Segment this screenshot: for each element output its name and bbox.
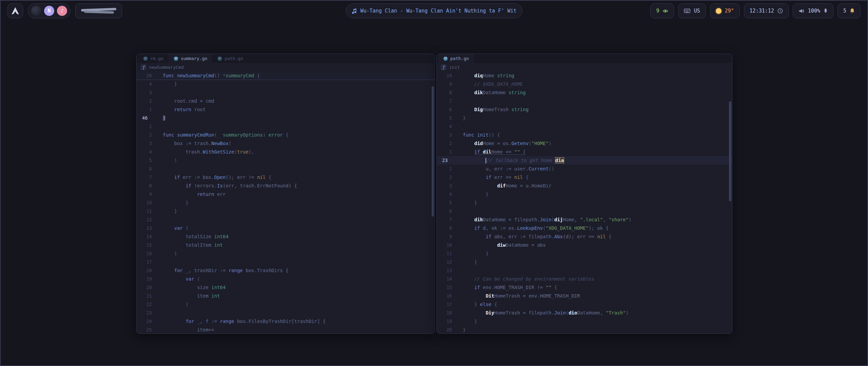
code-line[interactable]: 4 } <box>137 80 435 88</box>
eye-indicator-module[interactable]: 9 <box>650 3 674 18</box>
code-area[interactable]: 26func newSummaryCmd() *summaryCmd {4 }3… <box>137 72 435 334</box>
speaker-icon <box>798 8 805 14</box>
line-text: func init() { <box>458 131 732 139</box>
line-number: 10 <box>437 72 458 80</box>
code-line[interactable]: 1 if dilHome == "" { <box>437 148 732 156</box>
code-line[interactable]: 24 for _, f := range box.FilesByTrashDir… <box>137 317 435 326</box>
code-line[interactable]: 15 totalItem int <box>137 241 435 249</box>
code-line[interactable]: 7 <box>437 97 732 105</box>
app-icon-3[interactable]: ♪ <box>57 6 67 16</box>
line-text: ) <box>158 156 435 165</box>
launcher-button[interactable] <box>7 3 23 18</box>
code-line[interactable]: 3 box := trash.NewBox( <box>137 139 435 148</box>
code-line[interactable]: 14 totalSize int64 <box>137 232 435 241</box>
code-line[interactable]: 6 DigHomeTrash string <box>437 105 732 114</box>
line-text: } <box>158 207 435 216</box>
code-line[interactable]: 1 u, err := user.Current() <box>437 165 732 173</box>
arch-logo-icon <box>11 6 20 15</box>
code-line[interactable]: 9 if abs, err := filepath.Abs(d); err ==… <box>437 232 732 241</box>
line-number: 23 <box>137 309 158 317</box>
code-line[interactable]: 9 // $XDG_DATA_HOME <box>437 80 732 88</box>
code-line[interactable]: 5} <box>437 114 732 122</box>
code-line[interactable]: 2func summaryCmdRun(_ summaryOptions) er… <box>137 131 435 139</box>
code-line[interactable]: 9 return err <box>137 190 435 199</box>
code-line[interactable]: 11 } <box>437 249 732 258</box>
code-line[interactable]: 20 size int64 <box>137 283 435 292</box>
code-area[interactable]: 10 diqHome string9 // $XDG_DATA_HOME8 di… <box>437 72 732 334</box>
line-number: 2 <box>437 139 458 148</box>
tab-label: summary.go <box>181 56 207 61</box>
line-number: 8 <box>437 88 458 97</box>
code-line[interactable]: 19 var ( <box>137 275 435 283</box>
code-line[interactable]: 20} <box>437 326 732 334</box>
media-player-module[interactable]: Wu-Tang Clan - Wu-Tang Clan Ain't Nuthin… <box>346 3 522 18</box>
code-line[interactable]: 2 didHome = os.Getenv("HOME") <box>437 139 732 148</box>
scrollbar[interactable] <box>432 86 434 217</box>
scrollbar[interactable] <box>729 101 731 201</box>
code-line[interactable]: 25 item++ <box>137 326 435 334</box>
code-line[interactable]: 5 ) <box>137 156 435 165</box>
code-line[interactable]: 17 } else { <box>437 300 732 309</box>
code-line[interactable]: 21 item int <box>137 292 435 300</box>
code-line[interactable]: 16 DitHomeTrash = env.HOME_TRASH_DIR <box>437 292 732 300</box>
code-line[interactable]: 19 } <box>437 317 732 326</box>
code-line[interactable]: 5 } <box>437 199 732 207</box>
tab-label: rm.go <box>150 56 163 61</box>
code-line[interactable]: 4 trash.WithGetSize(true), <box>137 148 435 156</box>
code-line[interactable]: 17 <box>137 258 435 266</box>
line-text: if !errors.Is(err, trash.ErrNotFound) { <box>158 182 435 190</box>
code-line[interactable]: 2 if err == nil { <box>437 173 732 182</box>
notifications-module[interactable]: 5 <box>837 3 861 18</box>
context-line[interactable]: 26func newSummaryCmd() *summaryCmd { <box>137 72 435 80</box>
code-line[interactable]: 2 root.cmd = cmd <box>137 97 435 105</box>
line-text <box>158 165 435 173</box>
line-number: 13 <box>137 224 158 232</box>
code-line[interactable]: 6 <box>437 207 732 216</box>
app-icon-1[interactable] <box>31 6 41 16</box>
code-line[interactable]: 3 <box>137 88 435 97</box>
app-icon-2[interactable]: N <box>44 6 54 16</box>
code-line[interactable]: 1 <box>137 122 435 131</box>
code-line[interactable]: 3 difHome = u.HomeDir <box>437 182 732 190</box>
keyboard-layout-module[interactable]: US <box>678 3 706 18</box>
code-line[interactable]: 16 ) <box>137 249 435 258</box>
code-line[interactable]: 18 DiyHomeTrash = filepath.Join(dioDataH… <box>437 309 732 317</box>
clock-module[interactable]: 12:31:12 <box>744 3 789 18</box>
volume-module[interactable]: 100% <box>793 3 833 18</box>
code-line[interactable]: 11 } <box>137 207 435 216</box>
tab-summary.go[interactable]: summary.go <box>169 54 212 63</box>
code-line[interactable]: 7 dihDataHome = filepath.Join(dijHome, "… <box>437 216 732 224</box>
redacted-window-title[interactable] <box>75 3 122 18</box>
weather-module[interactable]: 29° <box>710 3 740 18</box>
code-line[interactable]: 46} <box>137 114 435 122</box>
code-line[interactable]: 23 <box>137 309 435 317</box>
code-line[interactable]: 22 ) <box>137 300 435 309</box>
code-line[interactable]: 18 for _, trashDir := range box.TrashDir… <box>137 266 435 275</box>
tab-path.go[interactable]: path.go <box>438 54 474 63</box>
tab-rm.go[interactable]: rm.go <box>138 54 169 63</box>
code-line[interactable]: 7 if err := box.Open(); err != nil { <box>137 173 435 182</box>
tab-path.go[interactable]: path.go <box>212 54 248 63</box>
code-line[interactable]: 8 if d, ok := os.LookupEnv("XDG_DATA_HOM… <box>437 224 732 232</box>
line-number: 14 <box>137 232 158 241</box>
line-text <box>458 122 732 131</box>
code-line[interactable]: 12 } <box>437 258 732 266</box>
code-line[interactable]: 6 <box>137 165 435 173</box>
code-line[interactable]: 8 if !errors.Is(err, trash.ErrNotFound) … <box>137 182 435 190</box>
code-line[interactable]: 10 diqHome string <box>437 72 732 80</box>
code-line[interactable]: 4 } <box>437 190 732 199</box>
code-line[interactable]: 12 <box>137 216 435 224</box>
code-line[interactable]: 1 return root <box>137 105 435 114</box>
code-line[interactable]: 10 } <box>137 199 435 207</box>
code-line[interactable]: 8 dikDataHome string <box>437 88 732 97</box>
code-line[interactable]: 4 <box>437 122 732 131</box>
code-line[interactable]: 13 var ( <box>137 224 435 232</box>
code-line[interactable]: 23 // fallback to get home dia <box>437 156 732 165</box>
code-line[interactable]: 13 <box>437 266 732 275</box>
code-line[interactable]: 15 if env.HOME_TRASH_DIR != "" { <box>437 283 732 292</box>
code-line[interactable]: 14 // Can be changed by environment vari… <box>437 275 732 283</box>
code-line[interactable]: 3func init() { <box>437 131 732 139</box>
code-line[interactable]: 10 diwDataHome = abs <box>437 241 732 249</box>
line-text <box>158 216 435 224</box>
breadcrumb: ƒ init <box>437 63 732 72</box>
